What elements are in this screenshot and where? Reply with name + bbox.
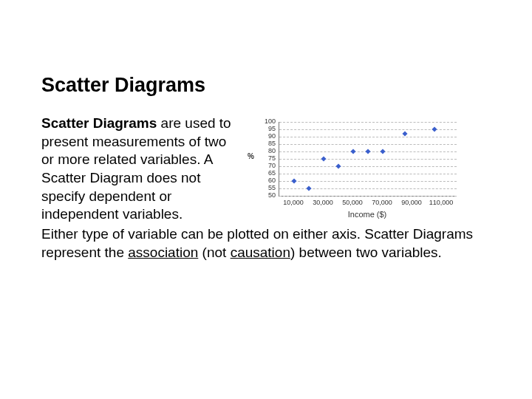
slide: Scatter Diagrams Scatter Diagrams are us… xyxy=(0,0,532,399)
bottom-text-c: ) between two variables. xyxy=(290,245,442,260)
grid-line xyxy=(279,137,457,137)
left-paragraph-rest: are used to present measurements of two … xyxy=(41,115,231,222)
body-text: Scatter Diagrams are used to present mea… xyxy=(41,115,491,262)
grid-line xyxy=(279,174,457,174)
x-tick-label: 70,000 xyxy=(372,199,392,208)
y-tick-label: 50 xyxy=(261,191,276,200)
top-row: Scatter Diagrams are used to present mea… xyxy=(41,115,491,224)
grid-line xyxy=(279,196,457,197)
data-point xyxy=(350,149,355,154)
data-point xyxy=(291,178,296,183)
y-tick-label: 65 xyxy=(261,169,276,178)
x-tick-label: 10,000 xyxy=(283,199,304,208)
chart-container: % Income ($) 5055606570758085909510010,0… xyxy=(246,115,468,222)
y-axis-label: % xyxy=(248,151,254,161)
data-point xyxy=(432,126,437,132)
y-tick-label: 60 xyxy=(261,177,276,185)
data-point xyxy=(306,185,311,191)
grid-line xyxy=(279,159,457,160)
lead-bold: Scatter Diagrams xyxy=(41,115,157,131)
data-point xyxy=(335,163,341,168)
y-tick-label: 90 xyxy=(261,132,276,141)
y-tick-label: 95 xyxy=(261,125,276,134)
data-point xyxy=(365,149,370,154)
page-title: Scatter Diagrams xyxy=(41,74,491,97)
grid-line xyxy=(279,144,457,145)
y-tick-label: 75 xyxy=(261,154,276,163)
scatter-chart: % Income ($) 5055606570758085909510010,0… xyxy=(246,119,468,222)
x-tick-label: 90,000 xyxy=(401,199,422,208)
underline-causation: causation xyxy=(231,245,290,260)
bottom-text-b: (not xyxy=(198,245,230,260)
x-tick-label: 30,000 xyxy=(313,199,333,208)
y-tick-label: 55 xyxy=(261,184,276,193)
data-point xyxy=(380,149,385,154)
data-point xyxy=(321,156,326,161)
grid-line xyxy=(279,181,457,182)
left-text-block: Scatter Diagrams are used to present mea… xyxy=(41,115,237,224)
y-tick-label: 100 xyxy=(261,117,276,126)
x-tick-label: 50,000 xyxy=(342,199,363,208)
bottom-paragraph: Either type of variable can be plotted o… xyxy=(41,225,491,262)
x-tick-label: 110,000 xyxy=(429,199,454,208)
x-axis-label: Income ($) xyxy=(279,209,456,219)
grid-line xyxy=(279,122,457,123)
plot-area xyxy=(279,122,457,197)
y-tick-label: 70 xyxy=(261,162,276,171)
y-tick-label: 85 xyxy=(261,140,276,149)
grid-line xyxy=(279,166,457,167)
y-tick-label: 80 xyxy=(261,147,276,156)
underline-association: association xyxy=(128,245,198,260)
data-point xyxy=(402,131,407,136)
grid-line xyxy=(279,129,457,130)
